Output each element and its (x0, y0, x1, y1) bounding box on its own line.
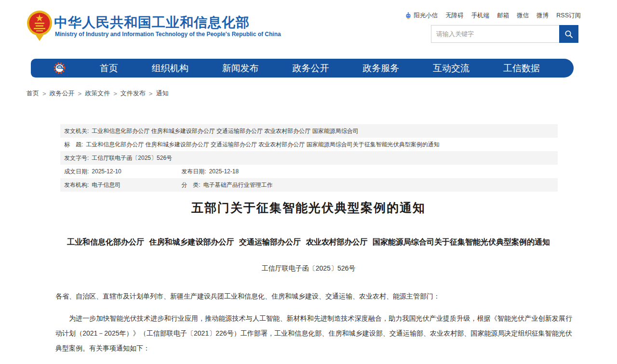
search-icon (564, 30, 573, 39)
quick-link-sunshine[interactable]: 阳光小信 (405, 12, 438, 20)
meta-label: 发文机关: (64, 128, 89, 134)
page-root: 中华人民共和国工业和信息化部 Ministry of Industry and … (0, 0, 617, 364)
meta-value: 电子基础产品行业管理工作 (203, 182, 273, 188)
quick-link-mobile[interactable]: 手机端 (471, 12, 490, 20)
breadcrumb-current-notice: 通知 (156, 89, 168, 98)
national-emblem-logo (26, 10, 53, 41)
breadcrumb-separator: > (42, 90, 46, 97)
meta-value: 工业和信息化部办公厅 住房和城乡建设部办公厅 交通运输部办公厅 农业农村部办公厅… (86, 141, 439, 148)
breadcrumb-separator: > (149, 90, 153, 97)
article-salutation: 各省、自治区、直辖市及计划单列市、新疆生产建设兵团工业和信息化、住房和城乡建设、… (55, 291, 572, 301)
nav-item-news[interactable]: 新闻发布 (222, 62, 259, 75)
meta-row-issuing-agency: 发文机关:工业和信息化部办公厅 住房和城乡建设部办公厅 交通运输部办公厅 农业农… (60, 124, 558, 138)
meta-label: 发布机构: (64, 182, 89, 188)
meta-value: 2025-12-10 (92, 168, 121, 175)
quick-link-label: 阳光小信 (414, 12, 438, 20)
quick-link-accessibility[interactable]: 无障碍 (445, 12, 464, 20)
quick-link-rss[interactable]: RSS订阅 (556, 12, 581, 20)
nav-item-gov-services[interactable]: 政务服务 (362, 62, 399, 75)
search-bar (431, 25, 578, 43)
main-nav: 首页 组织机构 新闻发布 政务公开 政务服务 互动交流 工信数据 (31, 59, 574, 78)
document-meta-table: 发文机关:工业和信息化部办公厅 住房和城乡建设部办公厅 交通运输部办公厅 农业农… (60, 124, 558, 192)
meta-row-dates: 成文日期:2025-12-10 发布日期:2025-12-18 (60, 165, 558, 178)
nav-item-interaction[interactable]: 互动交流 (433, 62, 469, 75)
meta-row-doc-number: 发文字号:工信厅联电子函〔2025〕526号 (60, 151, 558, 165)
search-input[interactable] (431, 25, 559, 43)
breadcrumb-policy-docs[interactable]: 政策文件 (85, 89, 110, 98)
breadcrumb-separator: > (113, 90, 117, 97)
breadcrumb-home[interactable]: 首页 (27, 89, 39, 98)
breadcrumb-doc-release[interactable]: 文件发布 (121, 89, 146, 98)
meta-label: 发文字号: (64, 155, 89, 161)
meta-label: 标 题: (64, 141, 83, 148)
site-subtitle-en: Ministry of Industry and Information Tec… (55, 31, 281, 38)
breadcrumb: 首页 > 政务公开 > 政策文件 > 文件发布 > 通知 (27, 89, 168, 98)
meta-value: 工信厅联电子函〔2025〕526号 (92, 155, 172, 161)
meta-label: 发布日期: (181, 168, 206, 175)
site-title: 中华人民共和国工业和信息化部 (54, 13, 250, 32)
nav-item-home[interactable]: 首页 (100, 62, 118, 75)
meta-value: 工业和信息化部办公厅 住房和城乡建设部办公厅 交通运输部办公厅 农业农村部办公厅… (92, 128, 358, 134)
quick-link-mail[interactable]: 邮箱 (497, 12, 509, 20)
quick-link-weibo[interactable]: 微博 (537, 12, 549, 20)
meta-row-title: 标 题:工业和信息化部办公厅 住房和城乡建设部办公厅 交通运输部办公厅 农业农村… (60, 138, 558, 151)
article-subtitle: 工业和信息化部办公厅 住房和城乡建设部办公厅 交通运输部办公厅 农业农村部办公厅… (43, 237, 574, 247)
quick-link-wechat[interactable]: 微信 (517, 12, 529, 20)
search-button[interactable] (559, 25, 578, 43)
article-paragraph: 为进一步加快智能光伏技术进步和行业应用，推动能源技术与人工智能、新材料和先进制造… (55, 311, 572, 356)
header-quick-links: 阳光小信 无障碍 手机端 邮箱 微信 微博 RSS订阅 (405, 12, 581, 20)
nav-item-organization[interactable]: 组织机构 (152, 62, 188, 75)
article-title: 五部门关于征集智能光伏典型案例的通知 (0, 200, 617, 216)
miit-gear-logo-icon (53, 62, 66, 75)
nav-item-miit-data[interactable]: 工信数据 (503, 62, 540, 75)
meta-value: 电子信息司 (92, 182, 121, 188)
meta-label: 分 类: (181, 182, 200, 188)
breadcrumb-gov-disclosure[interactable]: 政务公开 (50, 89, 75, 98)
article-doc-number: 工信厅联电子函〔2025〕526号 (0, 264, 617, 273)
meta-value: 2025-12-18 (209, 168, 239, 175)
sunshine-robot-icon (405, 12, 412, 20)
breadcrumb-separator: > (78, 90, 82, 97)
meta-row-publisher-category: 发布机构:电子信息司 分 类:电子基础产品行业管理工作 (60, 178, 558, 192)
meta-label: 成文日期: (64, 168, 89, 175)
nav-item-gov-disclosure[interactable]: 政务公开 (292, 62, 329, 75)
